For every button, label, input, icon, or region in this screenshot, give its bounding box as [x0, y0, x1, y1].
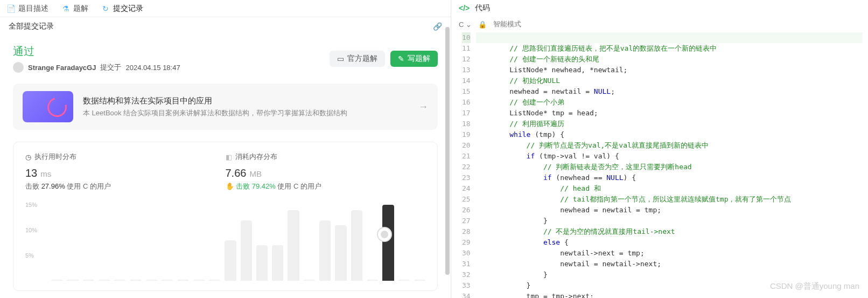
mode-label[interactable]: 智能模式 [493, 19, 521, 29]
chart-bar[interactable] [256, 245, 268, 281]
write-solution-button[interactable]: ✎ 写题解 [390, 51, 438, 67]
tab-label: 题目描述 [18, 4, 48, 13]
code-line[interactable] [476, 32, 863, 43]
code-line[interactable]: // 思路我们直接遍历链表，把不是val的数据放在一个新的链表中 [476, 43, 863, 54]
code-line[interactable]: // 初始化NULL [476, 75, 863, 86]
code-line[interactable]: // 利用循环遍历 [476, 119, 863, 129]
code-line[interactable]: // tail都指向第一个节点，所以这里就连续赋值tmp，就有了第一个节点 [476, 194, 863, 205]
chart-bar[interactable] [382, 205, 394, 281]
line-number: 13 [462, 65, 471, 75]
chart-ylabel: 5% [25, 252, 34, 259]
line-number: 23 [462, 172, 471, 183]
line-number: 11 [462, 43, 471, 54]
tab-label: 提交记录 [113, 4, 143, 13]
chart-bar[interactable] [367, 280, 378, 281]
avatar[interactable] [13, 62, 24, 73]
link-icon[interactable]: 🔗 [433, 22, 442, 31]
code-line[interactable]: tmp = tmp->next; [476, 291, 863, 298]
lock-icon: 🔒 [478, 20, 487, 29]
code-line[interactable]: ListNode* newhead, *newtail; [476, 65, 863, 75]
code-line[interactable]: while (tmp) { [476, 129, 863, 140]
chart-bar[interactable] [177, 280, 188, 281]
promo-card[interactable]: 数据结构和算法在实际项目中的应用 本 LeetBook 结合实际项目案例来讲解算… [13, 84, 438, 130]
tab-record[interactable]: ↻ 提交记录 [101, 4, 143, 13]
chart-bar[interactable] [83, 280, 94, 281]
code-line[interactable]: // head 和 [476, 183, 863, 194]
left-panel: 📄 题目描述 ⚗ 题解 ↻ 提交记录 全部提交记录 🔗 通过 Strange F… [0, 0, 451, 298]
time-tail: 使用 C 的用户 [67, 182, 111, 190]
code-editor[interactable]: 1011121314151617181920212223242526272829… [451, 32, 868, 298]
chart-bar[interactable] [414, 280, 425, 281]
chart-bar[interactable] [304, 280, 315, 281]
chart-bar[interactable] [99, 280, 110, 281]
chart-bar[interactable] [114, 280, 125, 281]
subheader: 全部提交记录 🔗 [0, 17, 451, 36]
stats-card: ◷ 执行用时分布 13 ms 击败 27.96% 使用 C 的用户 [13, 142, 438, 291]
chart-bar[interactable] [272, 245, 283, 281]
chart-bar[interactable] [335, 225, 346, 281]
code-line[interactable]: // 创建一个新链表的头和尾 [476, 54, 863, 65]
code-line[interactable]: } [476, 280, 863, 291]
chart-bar[interactable] [162, 280, 173, 281]
code-line[interactable]: newhead = newtail = tmp; [476, 205, 863, 216]
mem-tail: 使用 C 的用户 [277, 182, 321, 190]
line-number: 19 [462, 129, 471, 140]
code-line[interactable]: ListNode* tmp = head; [476, 108, 863, 119]
line-number: 17 [462, 108, 471, 119]
line-number: 30 [462, 248, 471, 259]
code-line[interactable]: else { [476, 237, 863, 248]
mem-stats: ◧ 消耗内存分布 7.66 MB ✋ 击败 79.42% 使用 C 的用户 [226, 152, 426, 191]
mem-verb: 击败 [236, 182, 250, 190]
code-body[interactable]: // 思路我们直接遍历链表，把不是val的数据放在一个新的链表中 // 创建一个… [476, 32, 868, 298]
code-line[interactable]: } [476, 216, 863, 226]
line-number: 31 [462, 259, 471, 269]
line-number: 16 [462, 97, 471, 108]
promo-thumb [23, 91, 73, 122]
code-line[interactable]: // 判断新链表是否为空，这里只需要判断head [476, 162, 863, 172]
line-number: 27 [462, 216, 471, 226]
book-icon: ▭ [337, 54, 344, 63]
chart-bars [47, 200, 425, 281]
code-line[interactable]: newtail->next = tmp; [476, 248, 863, 259]
code-line[interactable]: newtail = newtail->next; [476, 259, 863, 269]
chart-bar[interactable] [67, 280, 78, 281]
code-line[interactable]: // 判断节点是否为val,不是val就直接尾插到新的链表中 [476, 140, 863, 151]
code-line[interactable]: if (tmp->val != val) { [476, 151, 863, 162]
chart-bar[interactable] [398, 280, 410, 281]
chart-bar[interactable] [209, 280, 220, 281]
scrollbar[interactable] [445, 27, 450, 275]
language-select[interactable]: C ⌄ [459, 20, 472, 29]
line-number: 29 [462, 237, 471, 248]
chart-bar[interactable] [130, 280, 141, 281]
line-number: 24 [462, 183, 471, 194]
doc-icon: 📄 [6, 4, 15, 13]
tab-description[interactable]: 📄 题目描述 [6, 4, 48, 13]
edit-icon: ✎ [398, 54, 404, 63]
chart-bar[interactable] [225, 240, 236, 281]
official-solution-button[interactable]: ▭ 官方题解 [330, 51, 385, 67]
chart-bar[interactable] [193, 280, 205, 281]
time-stats: ◷ 执行用时分布 13 ms 击败 27.96% 使用 C 的用户 [25, 152, 226, 191]
submitted-time: 2024.04.15 18:47 [125, 64, 180, 72]
chart-bar[interactable] [351, 210, 362, 281]
history-icon: ↻ [101, 4, 110, 13]
tab-label: 题解 [73, 4, 88, 13]
code-line[interactable]: // 创建一个小弟 [476, 97, 863, 108]
memory-icon: ◧ [226, 153, 232, 161]
line-number: 34 [462, 291, 471, 298]
code-line[interactable]: if (newhead == NULL) { [476, 172, 863, 183]
chart-bar[interactable] [146, 280, 157, 281]
chart-bar[interactable] [288, 210, 299, 281]
chart-bar[interactable] [319, 220, 331, 281]
chart-bar[interactable] [51, 280, 62, 281]
code-line[interactable]: newhead = newtail = NULL; [476, 86, 863, 97]
button-label: 写题解 [408, 54, 430, 64]
chart-bar[interactable] [241, 220, 252, 281]
code-line[interactable]: // 不是为空的情况就直接用tail->next [476, 226, 863, 237]
code-line[interactable]: } [476, 269, 863, 280]
flask-icon: ⚗ [61, 4, 70, 13]
username[interactable]: Strange FaradaycGJ [28, 64, 96, 72]
line-number: 20 [462, 140, 471, 151]
leaf-icon: ✋ [226, 182, 234, 190]
tab-solution[interactable]: ⚗ 题解 [61, 4, 88, 13]
